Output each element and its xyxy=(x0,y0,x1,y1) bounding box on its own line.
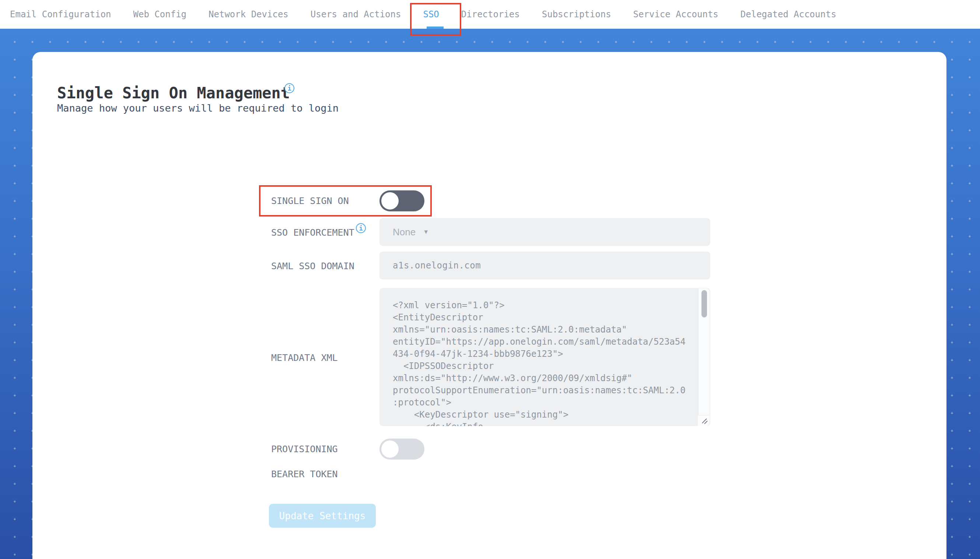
tab-web-config[interactable]: Web Config xyxy=(133,9,187,20)
page-subtitle: Manage how your users will be required t… xyxy=(57,102,339,115)
provisioning-label: PROVISIONING xyxy=(271,444,338,455)
saml-sso-domain-label: SAML SSO DOMAIN xyxy=(271,261,354,272)
tab-subscriptions[interactable]: Subscriptions xyxy=(542,9,611,20)
metadata-xml-content: <?xml version="1.0"?> <EntityDescriptor … xyxy=(393,299,695,426)
bearer-token-label: BEARER TOKEN xyxy=(271,469,338,480)
sso-enforcement-select[interactable]: None ▼ xyxy=(379,218,710,246)
tab-users-and-actions[interactable]: Users and Actions xyxy=(311,9,401,20)
update-settings-button[interactable]: Update Settings xyxy=(269,504,376,528)
toggle-knob xyxy=(381,192,399,210)
saml-sso-domain-input[interactable] xyxy=(379,251,710,280)
tab-service-accounts[interactable]: Service Accounts xyxy=(633,9,718,20)
top-nav: Email Configuration Web Config Network D… xyxy=(0,0,980,29)
toggle-knob xyxy=(381,440,399,458)
single-sign-on-label: SINGLE SIGN ON xyxy=(271,195,349,207)
scrollbar-thumb[interactable] xyxy=(702,290,707,318)
active-tab-indicator xyxy=(427,26,444,29)
provisioning-toggle[interactable] xyxy=(379,438,424,460)
sso-enforcement-value: None xyxy=(393,227,416,238)
metadata-xml-textarea[interactable]: <?xml version="1.0"?> <EntityDescriptor … xyxy=(379,288,710,426)
tab-sso[interactable]: SSO xyxy=(423,9,439,20)
single-sign-on-toggle[interactable] xyxy=(379,190,424,212)
tab-delegated-accounts[interactable]: Delegated Accounts xyxy=(740,9,836,20)
page-title: Single Sign On Management xyxy=(57,82,290,104)
chevron-down-icon: ▼ xyxy=(423,229,429,235)
resize-grip-icon xyxy=(701,417,708,425)
tab-email-configuration[interactable]: Email Configuration xyxy=(10,9,111,20)
textarea-resize-handle[interactable] xyxy=(698,415,710,426)
scrollbar-track[interactable] xyxy=(698,288,710,415)
sso-enforcement-label: SSO ENFORCEMENT xyxy=(271,227,354,238)
metadata-xml-label: METADATA XML xyxy=(271,352,338,364)
tab-directories[interactable]: Directories xyxy=(461,9,520,20)
title-info-icon[interactable]: i xyxy=(285,83,295,93)
tab-network-devices[interactable]: Network Devices xyxy=(209,9,288,20)
enforcement-info-icon[interactable]: i xyxy=(356,223,366,233)
